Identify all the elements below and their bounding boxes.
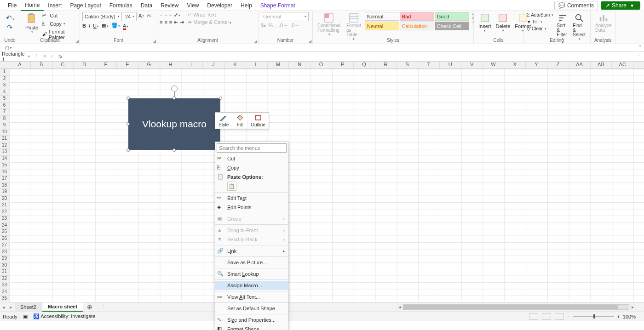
ctx-set-default-shape[interactable]: Set as Default Shape bbox=[215, 304, 288, 313]
paste-recovery-icon[interactable]: 📋▾ bbox=[5, 46, 12, 50]
row-header-10[interactable]: 10 bbox=[0, 129, 9, 136]
clear-button[interactable]: ◇Clear▾ bbox=[526, 26, 554, 32]
col-header-O[interactable]: O bbox=[310, 62, 332, 68]
col-header-W[interactable]: W bbox=[483, 62, 505, 68]
zoom-level[interactable]: 100% bbox=[623, 314, 636, 319]
col-header-R[interactable]: R bbox=[375, 62, 397, 68]
chevron-down-icon[interactable]: ▾ bbox=[628, 2, 636, 9]
ctx-save-as-picture[interactable]: Save as Picture... bbox=[215, 258, 288, 267]
select-all-corner[interactable] bbox=[0, 62, 9, 68]
ctx-view-alt-text[interactable]: ▭View Alt Text... bbox=[215, 292, 288, 302]
menu-developer[interactable]: Developer bbox=[203, 0, 236, 11]
col-header-AA[interactable]: AA bbox=[569, 62, 591, 68]
col-header-Q[interactable]: Q bbox=[354, 62, 375, 68]
row-header-21[interactable]: 21 bbox=[0, 202, 9, 209]
align-left-button[interactable]: ≡ bbox=[160, 19, 162, 25]
row-header-27[interactable]: 27 bbox=[0, 242, 9, 249]
row-header-16[interactable]: 16 bbox=[0, 169, 9, 176]
row-header-24[interactable]: 24 bbox=[0, 222, 9, 229]
mini-fill-button[interactable]: Fill bbox=[232, 113, 247, 129]
menu-file[interactable]: File bbox=[4, 0, 21, 11]
decrease-indent-button[interactable]: ⇤ bbox=[174, 19, 178, 25]
comma-button[interactable]: , bbox=[275, 23, 276, 28]
expand-formula-bar-button[interactable]: ˅ bbox=[636, 54, 644, 59]
col-header-C[interactable]: C bbox=[52, 62, 74, 68]
zoom-out-button[interactable]: − bbox=[567, 314, 570, 319]
undo-button[interactable]: ↶▾ bbox=[6, 14, 14, 22]
col-header-H[interactable]: H bbox=[160, 62, 182, 68]
row-header-28[interactable]: 28 bbox=[0, 249, 9, 256]
col-header-B[interactable]: B bbox=[31, 62, 52, 68]
clipboard-dialog-launcher[interactable]: ◢ bbox=[76, 39, 79, 43]
row-header-8[interactable]: 8 bbox=[0, 116, 9, 123]
col-header-G[interactable]: G bbox=[138, 62, 160, 68]
col-header-A[interactable]: A bbox=[9, 62, 31, 68]
col-header-J[interactable]: J bbox=[203, 62, 224, 68]
font-name-combo[interactable]: Calibri (Body)▾ bbox=[82, 12, 122, 21]
share-button[interactable]: ↗Share▾ bbox=[601, 1, 640, 10]
row-header-12[interactable]: 12 bbox=[0, 142, 9, 149]
resize-handle-bl[interactable] bbox=[126, 148, 130, 152]
mini-outline-button[interactable]: Outline bbox=[247, 113, 269, 129]
orientation-button[interactable]: ⤢▾ bbox=[174, 12, 180, 18]
row-header-7[interactable]: 7 bbox=[0, 109, 9, 116]
accounting-button[interactable]: $▾ bbox=[261, 23, 266, 28]
mini-style-button[interactable]: Style bbox=[215, 113, 232, 129]
zoom-in-button[interactable]: + bbox=[617, 314, 620, 319]
ctx-edit-text[interactable]: ✏Edit Text bbox=[215, 193, 288, 203]
ctx-copy[interactable]: ⎘Copy bbox=[215, 163, 288, 172]
style-normal[interactable]: Normal bbox=[365, 12, 399, 21]
ctx-format-shape[interactable]: ◧Format Shape... bbox=[215, 324, 288, 330]
row-header-9[interactable]: 9 bbox=[0, 122, 9, 129]
menu-review[interactable]: Review bbox=[156, 0, 183, 11]
menu-data[interactable]: Data bbox=[137, 0, 156, 11]
align-center-button[interactable]: ≡ bbox=[164, 19, 167, 25]
insert-cells-button[interactable]: Insert▾ bbox=[476, 12, 494, 34]
col-header-N[interactable]: N bbox=[289, 62, 310, 68]
comments-button[interactable]: 💬Comments bbox=[554, 1, 598, 10]
merge-center-button[interactable]: ⬌ Merge & Center▾ bbox=[188, 19, 231, 25]
menu-help[interactable]: Help bbox=[236, 0, 256, 11]
row-header-25[interactable]: 25 bbox=[0, 229, 9, 236]
resize-handle-t[interactable] bbox=[172, 97, 176, 100]
row-header-5[interactable]: 5 bbox=[0, 96, 9, 102]
row-header-33[interactable]: 33 bbox=[0, 282, 9, 289]
ribbon-collapse-button[interactable]: ˅ bbox=[639, 45, 641, 50]
row-header-11[interactable]: 11 bbox=[0, 136, 9, 142]
col-header-T[interactable]: T bbox=[418, 62, 440, 68]
row-header-29[interactable]: 29 bbox=[0, 256, 9, 262]
view-page-layout-button[interactable] bbox=[542, 313, 551, 320]
percent-button[interactable]: % bbox=[268, 23, 273, 28]
menu-page-layout[interactable]: Page Layout bbox=[66, 0, 105, 11]
row-header-18[interactable]: 18 bbox=[0, 182, 9, 189]
col-header-D[interactable]: D bbox=[74, 62, 95, 68]
menu-insert[interactable]: Insert bbox=[44, 0, 66, 11]
row-header-35[interactable]: 35 bbox=[0, 296, 9, 302]
menu-view[interactable]: View bbox=[183, 0, 203, 11]
number-format-combo[interactable]: General▾ bbox=[261, 12, 309, 21]
col-header-L[interactable]: L bbox=[246, 62, 268, 68]
ctx-cut[interactable]: ✂Cut bbox=[215, 154, 288, 163]
row-header-17[interactable]: 17 bbox=[0, 176, 9, 182]
col-header-U[interactable]: U bbox=[440, 62, 461, 68]
alignment-dialog-launcher[interactable]: ◢ bbox=[254, 39, 257, 43]
row-header-31[interactable]: 31 bbox=[0, 269, 9, 276]
redo-button[interactable]: ↷ bbox=[7, 23, 13, 32]
delete-cells-button[interactable]: Delete▾ bbox=[494, 12, 513, 34]
view-page-break-button[interactable] bbox=[555, 313, 564, 320]
italic-button[interactable]: I bbox=[89, 23, 90, 28]
row-header-6[interactable]: 6 bbox=[0, 102, 9, 109]
context-search-input[interactable]: Search the menus bbox=[217, 143, 287, 153]
row-header-34[interactable]: 34 bbox=[0, 289, 9, 296]
row-header-1[interactable]: 1 bbox=[0, 69, 9, 76]
ctx-assign-macro[interactable]: Assign Macro... bbox=[215, 281, 288, 290]
style-neutral[interactable]: Neutral bbox=[365, 22, 399, 30]
copy-button[interactable]: ⎘Copy▾ bbox=[41, 20, 77, 28]
resize-handle-tl[interactable] bbox=[126, 97, 130, 100]
col-header-E[interactable]: E bbox=[95, 62, 117, 68]
row-header-3[interactable]: 3 bbox=[0, 82, 9, 89]
resize-handle-l[interactable] bbox=[126, 122, 130, 125]
col-header-AB[interactable]: AB bbox=[591, 62, 612, 68]
ctx-size-properties[interactable]: ⤡Size and Properties... bbox=[215, 315, 288, 324]
col-header-P[interactable]: P bbox=[332, 62, 354, 68]
